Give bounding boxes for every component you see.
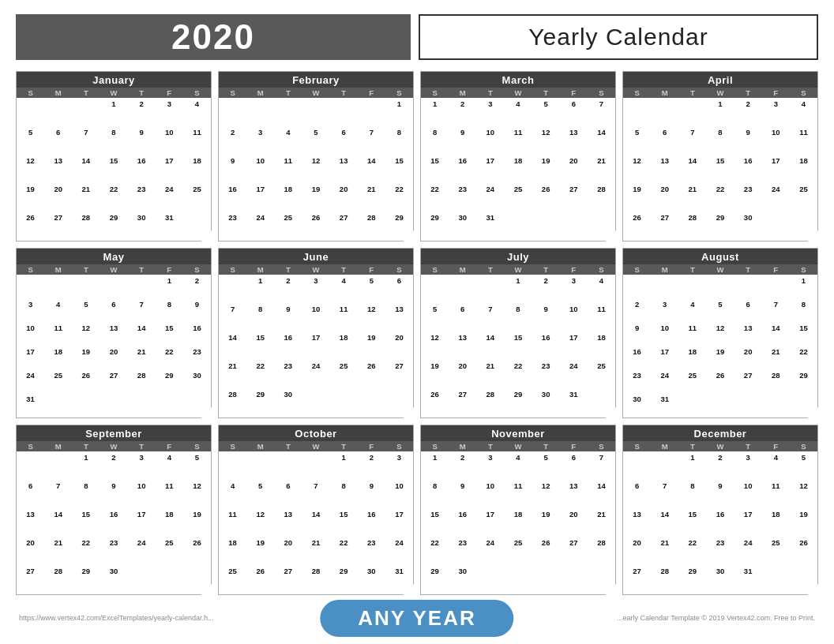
day-cell: 14	[44, 508, 72, 537]
empty-cell: 0	[246, 98, 274, 126]
day-cell: 5	[790, 451, 817, 480]
dow-cell: S	[219, 441, 246, 451]
day-cell: 11	[762, 480, 790, 508]
day-cell: 3	[560, 275, 588, 303]
empty-cell: 0	[274, 451, 302, 480]
day-cell: 14	[128, 322, 156, 346]
day-cell: 21	[476, 361, 504, 389]
dow-cell: M	[651, 88, 678, 98]
dow-cell: T	[72, 441, 100, 451]
day-cell: 6	[17, 480, 44, 508]
day-cell: 13	[17, 508, 44, 537]
day-cell: 13	[623, 508, 651, 537]
day-cell: 27	[560, 184, 588, 212]
dow-cell: T	[476, 441, 504, 451]
day-cell: 8	[504, 303, 532, 331]
day-cell: 4	[678, 298, 706, 322]
day-cell: 26	[790, 537, 817, 566]
day-cell: 4	[330, 275, 358, 303]
empty-cell: 0	[274, 98, 302, 126]
day-cell: 22	[790, 346, 817, 369]
empty-cell: 0	[790, 212, 817, 241]
day-cell: 16	[183, 322, 211, 346]
day-cell: 24	[762, 184, 790, 212]
dow-cell: T	[330, 441, 358, 451]
dow-cell: T	[72, 264, 100, 275]
month-header: June	[219, 249, 413, 264]
dow-cell: W	[302, 88, 329, 98]
month-header: August	[623, 249, 817, 264]
day-cell: 1	[421, 98, 449, 126]
day-cell: 2	[734, 98, 762, 126]
day-cell: 14	[302, 508, 329, 537]
dow-cell: T	[678, 264, 706, 275]
dow-cell: S	[183, 264, 211, 275]
day-cell: 12	[302, 155, 329, 183]
day-cell: 7	[476, 303, 504, 331]
days-grid: 1234567891011121314151617181920212223242…	[421, 98, 615, 241]
dow-cell: F	[358, 264, 385, 275]
day-cell: 22	[504, 361, 532, 389]
day-cell: 1	[72, 451, 100, 480]
day-cell: 11	[156, 480, 183, 508]
dow-cell: F	[560, 88, 588, 98]
day-cell: 4	[44, 298, 72, 322]
day-cell: 27	[623, 566, 651, 594]
any-year-button[interactable]: ANY YEAR	[320, 600, 513, 637]
day-cell: 1	[100, 98, 127, 126]
day-cell: 13	[44, 155, 72, 183]
empty-cell: 0	[128, 566, 156, 594]
empty-cell: 0	[476, 566, 504, 594]
dow-cell: M	[246, 88, 274, 98]
day-cell: 28	[651, 566, 678, 594]
dow-cell: T	[128, 441, 156, 451]
day-cell: 9	[219, 155, 246, 183]
day-cell: 13	[100, 322, 127, 346]
day-cell: 30	[623, 394, 651, 417]
day-cell: 29	[330, 566, 358, 594]
day-cell: 15	[385, 155, 413, 183]
month-july: JulySMTWTFS00012345678910111213141516171…	[420, 248, 616, 418]
day-cell: 9	[100, 480, 127, 508]
day-cell: 7	[128, 298, 156, 322]
day-cell: 21	[678, 184, 706, 212]
day-cell: 30	[183, 370, 211, 394]
day-cell: 12	[358, 303, 385, 331]
day-cell: 12	[183, 480, 211, 508]
day-cell: 17	[156, 155, 183, 183]
day-cell: 27	[44, 212, 72, 241]
day-cell: 24	[560, 361, 588, 389]
empty-cell: 0	[762, 394, 790, 417]
day-cell: 14	[588, 126, 615, 155]
empty-cell: 0	[560, 212, 588, 241]
empty-cell: 0	[44, 451, 72, 480]
dow-row: SMTWTFS	[623, 264, 817, 275]
day-cell: 20	[100, 346, 127, 369]
dow-cell: T	[274, 88, 302, 98]
day-cell: 23	[219, 212, 246, 241]
day-cell: 29	[678, 566, 706, 594]
dow-cell: F	[156, 441, 183, 451]
day-cell: 22	[156, 346, 183, 369]
day-cell: 28	[358, 212, 385, 241]
day-cell: 26	[302, 212, 329, 241]
day-cell: 17	[128, 508, 156, 537]
empty-cell: 0	[678, 98, 706, 126]
day-cell: 18	[504, 155, 532, 183]
day-cell: 6	[560, 98, 588, 126]
dow-cell: M	[651, 441, 678, 451]
day-cell: 7	[588, 98, 615, 126]
day-cell: 30	[358, 566, 385, 594]
day-cell: 16	[532, 331, 560, 360]
day-cell: 11	[274, 155, 302, 183]
day-cell: 16	[219, 184, 246, 212]
day-cell: 26	[72, 370, 100, 394]
empty-cell: 0	[532, 212, 560, 241]
day-cell: 3	[246, 126, 274, 155]
month-header: March	[421, 72, 615, 88]
empty-cell: 0	[183, 212, 211, 241]
dow-cell: W	[504, 88, 532, 98]
day-cell: 10	[302, 303, 329, 331]
day-cell: 8	[421, 480, 449, 508]
day-cell: 4	[790, 98, 817, 126]
